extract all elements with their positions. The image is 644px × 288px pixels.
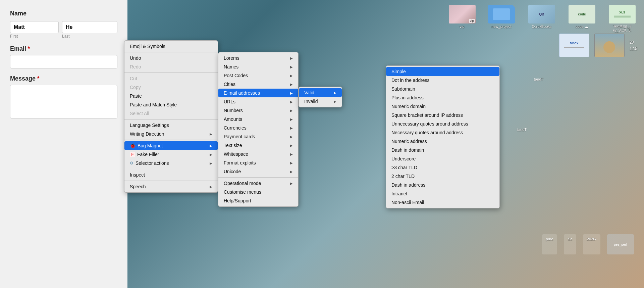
menu-item-customise-menus[interactable]: Customise menus <box>218 188 298 196</box>
menu-item-currencies[interactable]: Currencies ▶ <box>218 124 298 132</box>
menu-item-bug-magnet[interactable]: 🐞 Bug Magnet ▶ <box>124 141 218 150</box>
submenu-bug-magnet: Lorems ▶ Names ▶ Post Codes ▶ Cities ▶ E… <box>218 52 299 207</box>
lorems-arrow-icon: ▶ <box>290 56 293 60</box>
menu-item-cut[interactable]: Cut <box>124 74 218 83</box>
menu-item-numbers[interactable]: Numbers ▶ <box>218 106 298 115</box>
menu-item-writing[interactable]: Writing Direction ▶ <box>124 130 218 138</box>
menu-separator-6 <box>124 181 218 181</box>
bug-magnet-arrow-icon: ▶ <box>210 144 212 148</box>
cities-arrow-icon: ▶ <box>290 83 293 86</box>
menu-item-lorems[interactable]: Lorems ▶ <box>218 54 298 62</box>
email-label: Email <box>10 45 26 52</box>
menu-item-fake-filler[interactable]: F Fake Filler ▶ <box>124 150 218 159</box>
menu-item-simple[interactable]: Simple <box>386 67 499 76</box>
menu-separator-3 <box>124 119 218 119</box>
selector-actions-icon: ⚙ <box>130 161 133 165</box>
menu-item-amounts[interactable]: Amounts ▶ <box>218 115 298 124</box>
menu-item-necessary-quotes[interactable]: Necessary quotes around address <box>386 128 499 137</box>
menu-item-urls[interactable]: URLs ▶ <box>218 97 298 106</box>
menu-item-dot-in-address[interactable]: Dot in the address <box>386 76 499 85</box>
selector-actions-arrow-icon: ▶ <box>210 161 212 165</box>
urls-arrow-icon: ▶ <box>290 100 293 104</box>
bug-magnet-icon: 🐞 <box>130 143 136 148</box>
fake-filler-icon: F <box>130 152 135 157</box>
menu-item-format-exploits[interactable]: Format exploits ▶ <box>218 158 298 167</box>
menu-item-speech[interactable]: Speech ▶ <box>124 182 218 191</box>
submenu-valid-invalid: Valid ▶ Invalid ▶ <box>299 87 342 107</box>
valid-arrow-icon: ▶ <box>334 91 336 95</box>
menu-item-help-support[interactable]: Help/Support <box>218 196 298 205</box>
menu-item-text-size[interactable]: Text size ▶ <box>218 141 298 150</box>
menu-item-underscore[interactable]: Underscore <box>386 154 499 163</box>
menu-item-invalid[interactable]: Invalid ▶ <box>299 97 342 106</box>
menu-item-cities[interactable]: Cities ▶ <box>218 80 298 89</box>
currencies-arrow-icon: ▶ <box>290 126 293 130</box>
menu-item-email-addresses[interactable]: E-mail addresses ▶ <box>218 89 298 97</box>
form-name-label: Name <box>10 10 117 17</box>
menu-item-whitespace[interactable]: Whitespace ▶ <box>218 150 298 158</box>
amounts-arrow-icon: ▶ <box>290 117 293 121</box>
payment-cards-arrow-icon: ▶ <box>290 135 293 139</box>
form-panel: Name Matt First He Last Email * Message … <box>0 0 127 288</box>
menu-item-square-bracket[interactable]: Square bracket around IP address <box>386 111 499 119</box>
writing-arrow-icon: ▶ <box>210 132 212 136</box>
format-exploits-arrow-icon: ▶ <box>290 161 293 165</box>
menu-item-paste[interactable]: Paste <box>124 92 218 100</box>
speech-arrow-icon: ▶ <box>210 185 212 189</box>
message-required-star: * <box>37 75 40 82</box>
menu-item-names[interactable]: Names ▶ <box>218 62 298 71</box>
menu-item-selector-actions[interactable]: ⚙ Selector actions ▶ <box>124 159 218 167</box>
numbers-arrow-icon: ▶ <box>290 109 293 112</box>
last-name-input[interactable]: He <box>62 21 117 33</box>
menu-item-valid[interactable]: Valid ▶ <box>299 88 342 97</box>
menu-item-operational-mode[interactable]: Operational mode ▶ <box>218 179 298 188</box>
menu-item-post-codes[interactable]: Post Codes ▶ <box>218 71 298 80</box>
email-addresses-arrow-icon: ▶ <box>290 91 293 95</box>
menu-item-dash-in-address[interactable]: Dash in address <box>386 181 499 189</box>
operational-mode-arrow-icon: ▶ <box>290 182 293 185</box>
menu-item-payment-cards[interactable]: Payment cards ▶ <box>218 132 298 141</box>
menu-item-2char-tld[interactable]: 2 char TLD <box>386 172 499 181</box>
menu-item-numeric-domain[interactable]: Numeric domain <box>386 102 499 111</box>
menu-item-dash-in-domain[interactable]: Dash in domain <box>386 146 499 154</box>
menu-item-redo[interactable]: Redo <box>124 62 218 71</box>
menu-item-paste-match[interactable]: Paste and Match Style <box>124 100 218 109</box>
menu-item-numeric-address[interactable]: Numeric address <box>386 137 499 146</box>
menu2-separator <box>218 177 298 178</box>
text-size-arrow-icon: ▶ <box>290 144 293 147</box>
menu-separator-1 <box>124 52 218 52</box>
menu-item-inspect[interactable]: Inspect <box>124 171 218 179</box>
menu-separator-4 <box>124 140 218 140</box>
context-menu-main: Emoji & Symbols Undo Redo Cut Copy Paste… <box>124 40 218 193</box>
text-cursor <box>14 59 14 64</box>
menu-item-subdomain[interactable]: Subdomain <box>386 85 499 93</box>
last-name-placeholder: Last <box>62 34 117 39</box>
menu-separator-2 <box>124 73 218 73</box>
names-arrow-icon: ▶ <box>290 65 293 69</box>
invalid-arrow-icon: ▶ <box>334 100 336 103</box>
menu-item-plus-in-address[interactable]: Plus in address <box>386 93 499 102</box>
fake-filler-arrow-icon: ▶ <box>210 153 212 156</box>
first-name-input[interactable]: Matt <box>10 21 59 33</box>
first-name-placeholder: First <box>10 34 59 39</box>
menu-item-intranet[interactable]: Intranet <box>386 189 499 198</box>
menu-item-select-all[interactable]: Select All <box>124 109 218 118</box>
menu-item-emoji[interactable]: Emoji & Symbols <box>124 42 218 51</box>
menu-separator-5 <box>124 169 218 169</box>
menu-item-language[interactable]: Language Settings <box>124 121 218 130</box>
menu-item-non-ascii[interactable]: Non-ascii Email <box>386 198 499 207</box>
post-codes-arrow-icon: ▶ <box>290 74 293 78</box>
submenu-valid-types: Simple Dot in the address Subdomain Plus… <box>386 65 500 208</box>
menu-item-3char-tld[interactable]: >3 char TLD <box>386 163 499 172</box>
menu-item-unnecessary-quotes[interactable]: Unnecessary quotes around address <box>386 119 499 128</box>
menu-item-copy[interactable]: Copy <box>124 83 218 92</box>
email-input[interactable] <box>10 55 117 68</box>
email-required-star: * <box>28 45 30 52</box>
whitespace-arrow-icon: ▶ <box>290 152 293 156</box>
unicode-arrow-icon: ▶ <box>290 170 293 174</box>
message-input[interactable] <box>10 85 117 118</box>
menu-item-undo[interactable]: Undo <box>124 54 218 62</box>
message-label: Message <box>10 75 36 82</box>
menu-item-unicode[interactable]: Unicode ▶ <box>218 167 298 176</box>
